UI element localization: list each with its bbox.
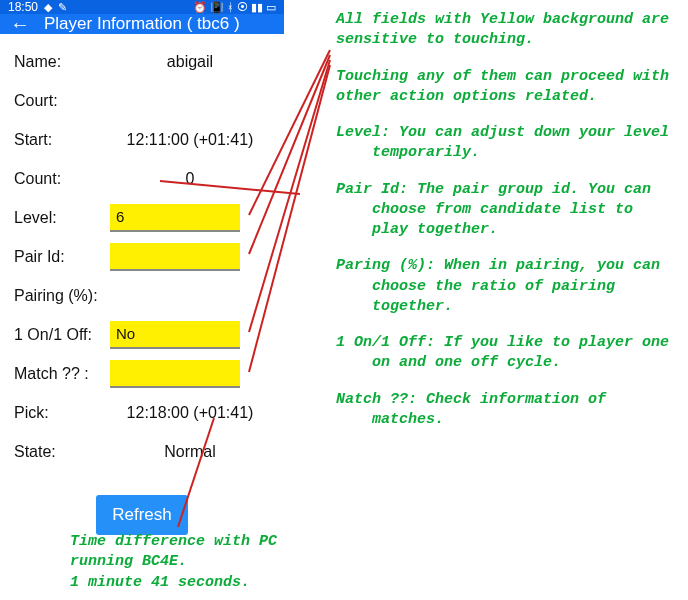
match-input[interactable] [110,360,240,388]
player-form: Name: abigail Court: Start: 12:11:00 (+0… [0,34,284,543]
start-label: Start: [14,131,110,149]
pairing-label: Pairing (%): [14,287,110,305]
refresh-button[interactable]: Refresh [96,495,188,535]
count-label: Count: [14,170,110,188]
ann-intro: All fields with Yellow background are se… [336,10,676,51]
alarm-icon: ⏰ [193,1,207,14]
row-onoff: 1 On/1 Off: [14,317,270,352]
ann-bottom-text: Time difference with PC running BC4E. 1 … [70,533,277,591]
level-input[interactable] [110,204,240,232]
card-icon: ◆ [44,1,52,14]
annotation-right: All fields with Yellow background are se… [336,10,676,446]
pairid-input[interactable] [110,243,240,271]
edit-icon: ✎ [58,1,67,14]
bluetooth-icon: ᚼ [227,1,234,13]
row-count: Count: 0 [14,161,270,196]
start-value: 12:11:00 (+01:41) [110,131,270,149]
signal-icon: ▮▮ [251,1,263,14]
wifi-icon: ⦿ [237,1,248,13]
ann-level: Level: You can adjust down your level te… [336,123,676,164]
level-label: Level: [14,209,110,227]
state-value: Normal [110,443,270,461]
ann-match: Natch ??: Check information of matches. [336,390,676,431]
ann-touch: Touching any of them can proceed with ot… [336,67,676,108]
app-bar: ← Player Information ( tbc6 ) [0,14,284,34]
status-bar: 18:50 ◆ ✎ ⏰ 📳 ᚼ ⦿ ▮▮ ▭ [0,0,284,14]
back-arrow-icon[interactable]: ← [10,14,30,34]
app-title: Player Information ( tbc6 ) [44,14,240,34]
pick-value: 12:18:00 (+01:41) [110,404,270,422]
row-level: Level: [14,200,270,235]
row-start: Start: 12:11:00 (+01:41) [14,122,270,157]
row-pairid: Pair Id: [14,239,270,274]
state-label: State: [14,443,110,461]
status-time: 18:50 [8,0,38,14]
ann-pairid: Pair Id: The pair group id. You can choo… [336,180,676,241]
onoff-label: 1 On/1 Off: [14,326,110,344]
vibrate-icon: 📳 [210,1,224,14]
annotation-bottom: Time difference with PC running BC4E. 1 … [70,532,310,593]
ann-onoff: 1 On/1 Off: If you like to player one on… [336,333,676,374]
row-court: Court: [14,83,270,118]
battery-icon: ▭ [266,1,276,14]
name-value: abigail [110,53,270,71]
pairid-label: Pair Id: [14,248,110,266]
phone-frame: 18:50 ◆ ✎ ⏰ 📳 ᚼ ⦿ ▮▮ ▭ ← Player Informat… [0,0,284,532]
onoff-input[interactable] [110,321,240,349]
court-label: Court: [14,92,110,110]
row-name: Name: abigail [14,44,270,79]
name-label: Name: [14,53,110,71]
row-pick: Pick: 12:18:00 (+01:41) [14,395,270,430]
row-match: Match ?? : [14,356,270,391]
match-label: Match ?? : [14,365,110,383]
pick-label: Pick: [14,404,110,422]
ann-pairing: Paring (%): When in pairing, you can cho… [336,256,676,317]
count-value: 0 [110,170,270,188]
row-pairing: Pairing (%): [14,278,270,313]
row-state: State: Normal [14,434,270,469]
